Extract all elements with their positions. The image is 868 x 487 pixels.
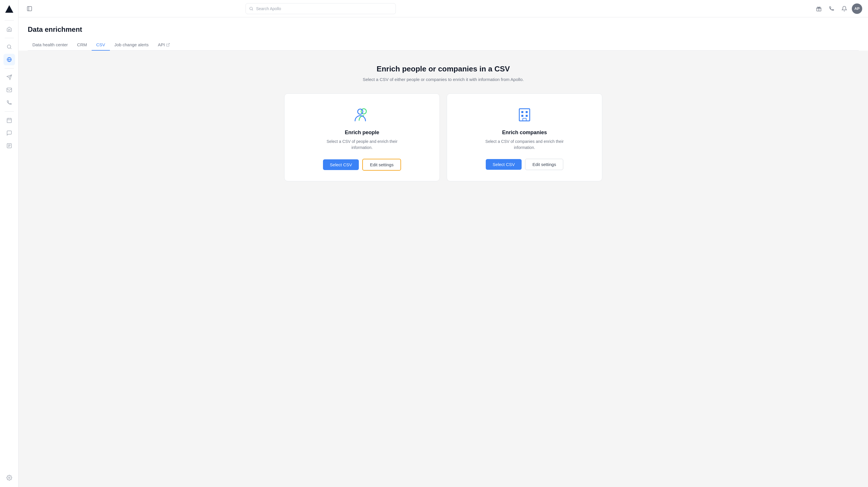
gift-icon xyxy=(816,6,822,11)
svg-point-12 xyxy=(358,109,363,114)
search-bar xyxy=(246,3,396,14)
enrich-people-actions: Select CSV Edit settings xyxy=(323,159,401,171)
sidebar-item-calendar[interactable] xyxy=(3,115,15,126)
svg-rect-17 xyxy=(526,115,528,117)
svg-rect-7 xyxy=(28,6,32,11)
enrichment-icon xyxy=(6,57,12,62)
svg-rect-4 xyxy=(7,118,11,123)
mail-icon xyxy=(6,87,12,93)
enrich-companies-edit-settings-button[interactable]: Edit settings xyxy=(525,159,563,170)
home-icon xyxy=(6,26,12,32)
settings-icon xyxy=(6,475,12,481)
search-icon xyxy=(249,6,254,11)
search-input[interactable] xyxy=(246,3,396,14)
svg-marker-0 xyxy=(5,5,13,13)
tab-csv[interactable]: CSV xyxy=(92,39,110,51)
page-header: Data enrichment Data health center CRM C… xyxy=(19,17,868,51)
sidebar-divider-4 xyxy=(5,111,14,112)
phone-icon xyxy=(6,100,12,105)
topbar-actions: AP xyxy=(814,3,862,14)
gift-button[interactable] xyxy=(814,3,824,14)
enrich-people-desc: Select a CSV of people and enrich their … xyxy=(321,139,402,151)
cards-row: Enrich people Select a CSV of people and… xyxy=(284,93,602,181)
enrich-companies-select-csv-button[interactable]: Select CSV xyxy=(486,159,522,170)
enrich-companies-card: Enrich companies Select a CSV of compani… xyxy=(447,93,602,181)
sidebar-divider-top xyxy=(5,20,14,21)
sidebar-item-list[interactable] xyxy=(3,140,15,152)
main-content: Enrich people or companies in a CSV Sele… xyxy=(19,51,868,487)
chat-icon xyxy=(6,130,12,136)
sidebar-item-mail[interactable] xyxy=(3,84,15,96)
sidebar-divider-2 xyxy=(5,38,14,38)
enrich-people-select-csv-button[interactable]: Select CSV xyxy=(323,159,359,170)
tab-api[interactable]: API xyxy=(153,39,175,51)
enrich-companies-desc: Select a CSV of companies and enrich the… xyxy=(484,139,565,151)
enrich-people-title: Enrich people xyxy=(345,129,379,135)
tab-job-change-alerts[interactable]: Job change alerts xyxy=(110,39,153,51)
svg-point-6 xyxy=(8,477,10,479)
search-icon xyxy=(6,44,12,50)
tab-data-health-center[interactable]: Data health center xyxy=(28,39,72,51)
svg-line-10 xyxy=(168,43,169,45)
list-icon xyxy=(6,143,12,149)
send-icon xyxy=(6,74,12,80)
sidebar-item-search[interactable] xyxy=(3,41,15,53)
sidebar-toggle-icon xyxy=(27,6,32,11)
svg-point-1 xyxy=(7,45,11,48)
svg-rect-3 xyxy=(7,88,11,92)
phone-button[interactable] xyxy=(826,3,837,14)
svg-rect-15 xyxy=(526,111,528,113)
sidebar-item-settings[interactable] xyxy=(3,472,15,484)
svg-rect-14 xyxy=(521,111,523,113)
tabs-bar: Data health center CRM CSV Job change al… xyxy=(28,39,859,51)
bell-icon xyxy=(841,6,847,11)
svg-rect-13 xyxy=(519,109,530,121)
external-link-icon xyxy=(166,43,170,47)
tab-crm[interactable]: CRM xyxy=(72,39,92,51)
sidebar xyxy=(0,0,19,487)
user-avatar[interactable]: AP xyxy=(852,3,862,14)
page-title: Data enrichment xyxy=(28,26,859,34)
enrich-people-icon xyxy=(353,105,371,124)
phone-topbar-icon xyxy=(829,6,834,11)
notifications-button[interactable] xyxy=(839,3,849,14)
topbar: AP xyxy=(19,0,868,17)
svg-point-8 xyxy=(250,7,252,9)
enrich-companies-title: Enrich companies xyxy=(502,129,547,135)
enrich-people-edit-settings-button[interactable]: Edit settings xyxy=(362,159,401,171)
tab-api-label: API xyxy=(158,42,165,47)
svg-rect-16 xyxy=(521,115,523,117)
sidebar-toggle-button[interactable] xyxy=(24,3,35,14)
enrich-people-card: Enrich people Select a CSV of people and… xyxy=(284,93,440,181)
content-area: Data enrichment Data health center CRM C… xyxy=(19,17,868,487)
enrich-companies-actions: Select CSV Edit settings xyxy=(486,159,563,170)
calendar-icon xyxy=(6,117,12,123)
enrich-companies-icon xyxy=(515,105,534,124)
sidebar-item-enrichment[interactable] xyxy=(3,54,15,65)
section-subheading: Select a CSV of either people or compani… xyxy=(28,77,859,82)
app-logo[interactable] xyxy=(3,3,15,15)
main-wrapper: AP Data enrichment Data health center CR… xyxy=(19,0,868,487)
sidebar-item-send[interactable] xyxy=(3,71,15,83)
sidebar-item-home[interactable] xyxy=(3,24,15,35)
section-heading: Enrich people or companies in a CSV xyxy=(28,64,859,73)
sidebar-item-chat[interactable] xyxy=(3,127,15,139)
sidebar-item-phone[interactable] xyxy=(3,97,15,109)
